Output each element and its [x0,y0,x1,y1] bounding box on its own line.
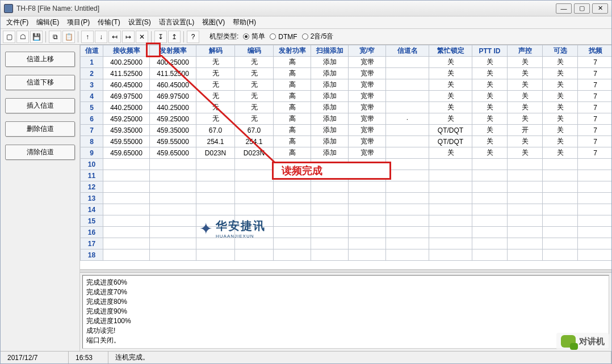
cell[interactable]: 关 [472,147,508,159]
cell[interactable]: 宽带 [349,125,386,136]
cell[interactable] [508,249,543,261]
cell[interactable]: 关 [472,113,508,125]
cell[interactable]: 添加 [311,125,349,136]
table-row[interactable]: 9459.65000459.65000D023ND023N高添加宽带关关关关7 [81,147,612,159]
save-icon[interactable]: 💾 [30,31,43,43]
cell[interactable] [196,181,235,193]
cell[interactable] [150,159,196,170]
cell[interactable]: 5 [81,102,103,113]
cell[interactable] [386,57,429,68]
side-btn-0[interactable]: 信道上移 [5,52,75,67]
cell[interactable] [311,215,349,227]
cell[interactable]: 高 [274,125,311,136]
cell[interactable]: 2 [81,68,103,79]
cell[interactable]: 15 [81,215,103,227]
cell[interactable] [472,215,508,227]
cell[interactable]: 宽带 [349,68,386,79]
cell[interactable] [472,249,508,261]
table-row[interactable]: 2411.52500411.52500无无高添加宽带关关关关7 [81,68,612,79]
cell[interactable] [429,204,472,215]
cell[interactable]: 13 [81,193,103,204]
cell[interactable]: 7 [578,147,612,159]
cell[interactable] [429,181,472,193]
cell[interactable]: 无 [196,68,235,79]
menu-0[interactable]: 文件(F) [3,16,32,28]
cell[interactable]: 关 [508,147,543,159]
cell[interactable]: 关 [429,91,472,102]
cell[interactable] [386,102,429,113]
cell[interactable] [386,193,429,204]
cell[interactable]: · [386,113,429,125]
cell[interactable]: QT/DQT [429,125,472,136]
cell[interactable]: 440.25000 [150,102,196,113]
cell[interactable]: 宽带 [349,102,386,113]
cell[interactable]: 1 [81,57,103,68]
cell[interactable] [349,204,386,215]
cell[interactable] [543,181,578,193]
cell[interactable]: 关 [508,102,543,113]
cell[interactable] [274,238,311,249]
col-header[interactable]: 发射功率 [274,45,311,57]
cell[interactable] [150,181,196,193]
cell[interactable] [386,170,429,181]
cell[interactable] [386,249,429,261]
table-row[interactable]: 8459.55000459.55000254.1254.1高添加宽带QT/DQT… [81,136,612,147]
cell[interactable]: 关 [508,113,543,125]
cell[interactable]: D023N [235,147,274,159]
col-header[interactable]: 解码 [196,45,235,57]
cell[interactable]: 高 [274,102,311,113]
side-btn-3[interactable]: 删除信道 [5,121,75,137]
cell[interactable] [508,204,543,215]
cell[interactable]: 11 [81,170,103,181]
cell[interactable] [472,159,508,170]
cell[interactable]: 7 [578,113,612,125]
cell[interactable]: 460.45000 [103,79,150,91]
cell[interactable]: 无 [235,91,274,102]
cell[interactable] [311,193,349,204]
cell[interactable] [429,193,472,204]
cell[interactable] [196,238,235,249]
cell[interactable] [103,159,150,170]
col-header[interactable]: 编码 [235,45,274,57]
cell[interactable]: 关 [472,102,508,113]
maximize-button[interactable]: ▢ [574,3,590,14]
cell[interactable]: 14 [81,204,103,215]
cell[interactable] [429,249,472,261]
cell[interactable]: 关 [543,147,578,159]
channel-grid[interactable]: 信道接收频率发射频率解码编码发射功率扫描添加宽/窄信道名繁忙锁定PTT ID声控… [80,45,611,269]
cell[interactable]: 无 [235,57,274,68]
cell[interactable]: 关 [508,136,543,147]
cell[interactable]: 关 [429,57,472,68]
cell[interactable] [150,170,196,181]
cell[interactable] [274,193,311,204]
cell[interactable] [196,170,235,181]
cell[interactable]: 添加 [311,147,349,159]
cell[interactable] [196,204,235,215]
cell[interactable] [472,238,508,249]
cell[interactable]: 添加 [311,68,349,79]
cell[interactable] [274,181,311,193]
splitter[interactable] [80,269,611,273]
table-row[interactable]: 4469.97500469.97500无无高添加宽带关关关关7 [81,91,612,102]
minimize-button[interactable]: — [556,3,572,14]
cell[interactable] [543,249,578,261]
cell[interactable]: 8 [81,136,103,147]
table-row[interactable]: 3460.45000460.45000无无高添加宽带关关关关7 [81,79,612,91]
cell[interactable]: 254.1 [196,136,235,147]
cell[interactable] [311,227,349,238]
cell[interactable] [543,170,578,181]
paste-icon[interactable]: 📋 [62,31,75,43]
cell[interactable] [386,79,429,91]
cell[interactable]: 宽带 [349,136,386,147]
col-header[interactable]: 声控 [508,45,543,57]
cell[interactable]: 459.65000 [150,147,196,159]
cell[interactable] [235,227,274,238]
cell[interactable]: QT/DQT [429,136,472,147]
cell[interactable] [543,159,578,170]
help-icon[interactable]: ? [187,31,199,43]
cell[interactable] [235,193,274,204]
cell[interactable] [103,204,150,215]
cell[interactable]: 无 [196,91,235,102]
col-header[interactable]: 扰频 [578,45,612,57]
cell[interactable]: 宽带 [349,91,386,102]
